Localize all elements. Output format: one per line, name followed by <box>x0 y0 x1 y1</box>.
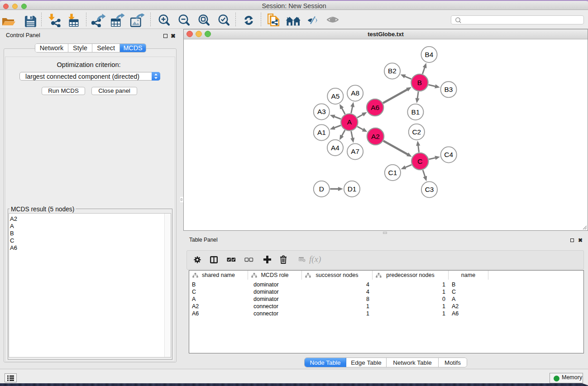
svg-text:A2: A2 <box>371 133 380 140</box>
svg-text:B1: B1 <box>411 108 420 116</box>
svg-text:B4: B4 <box>425 51 434 58</box>
svg-text:C2: C2 <box>412 128 421 136</box>
svg-text:D: D <box>319 185 324 193</box>
svg-text:A3: A3 <box>317 108 326 115</box>
svg-text:B: B <box>417 79 422 86</box>
svg-text:A5: A5 <box>331 92 339 100</box>
svg-text:A4: A4 <box>331 144 339 152</box>
svg-text:C: C <box>417 157 422 165</box>
svg-text:C3: C3 <box>425 186 434 193</box>
svg-text:A: A <box>347 118 352 126</box>
svg-text:B3: B3 <box>445 86 453 93</box>
svg-text:D1: D1 <box>348 185 357 193</box>
svg-text:A6: A6 <box>371 104 379 111</box>
svg-text:A7: A7 <box>351 148 359 155</box>
svg-text:B2: B2 <box>388 67 397 75</box>
svg-text:C4: C4 <box>444 151 453 158</box>
svg-text:A1: A1 <box>317 129 326 136</box>
svg-text:A8: A8 <box>351 89 359 97</box>
svg-text:C1: C1 <box>388 169 397 176</box>
